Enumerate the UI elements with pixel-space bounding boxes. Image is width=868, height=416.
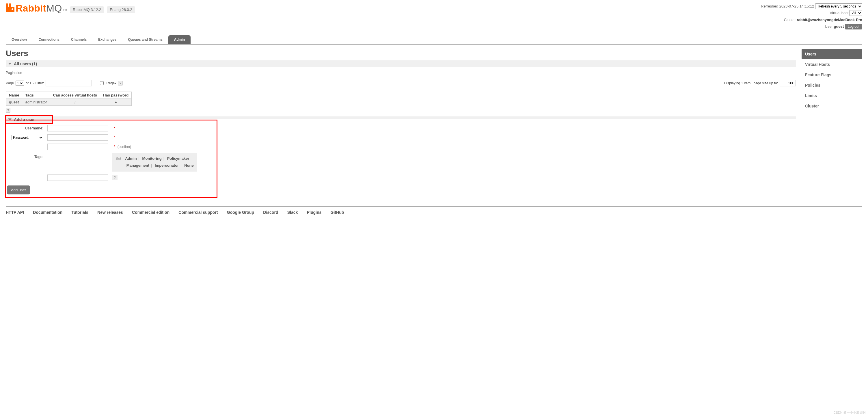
refresh-interval-select[interactable]: Refresh every 5 seconds: [815, 3, 862, 9]
tag-policymaker[interactable]: Policymaker: [167, 156, 189, 160]
footer-link[interactable]: Commercial support: [179, 210, 218, 215]
svg-point-3: [11, 8, 13, 10]
add-user-form: Username: * Password: * *(confirm) Tags:: [6, 120, 217, 197]
required-marker: *: [114, 145, 115, 149]
header: RabbitMQ TM RabbitMQ 3.12.2 Erlang 26.0.…: [6, 0, 862, 30]
username-label: Username:: [7, 124, 45, 132]
required-marker: *: [114, 126, 115, 130]
logo-block: RabbitMQ TM RabbitMQ 3.12.2 Erlang 26.0.…: [6, 3, 135, 13]
tag-impersonator[interactable]: Impersonator: [155, 163, 179, 168]
tag-monitoring[interactable]: Monitoring: [142, 156, 162, 160]
password-input[interactable]: [48, 134, 108, 141]
main-tabs: Overview Connections Channels Exchanges …: [6, 35, 862, 44]
tag-suggestions: Set Admin| Monitoring| Policymaker Manag…: [112, 153, 197, 172]
page-size-input[interactable]: [780, 80, 796, 86]
sidebar-item-cluster[interactable]: Cluster: [802, 101, 862, 111]
tags-input[interactable]: [48, 175, 108, 181]
user-name: guest: [834, 24, 844, 29]
table-help-icon[interactable]: ?: [6, 108, 10, 113]
pagination-label: Pagination: [6, 71, 796, 75]
logo-tm: TM: [63, 9, 67, 12]
tag-admin[interactable]: Admin: [125, 156, 136, 160]
version-pill: RabbitMQ 3.12.2: [70, 6, 104, 13]
col-haspw[interactable]: Has password: [100, 92, 132, 98]
password-type-select[interactable]: Password:: [11, 135, 43, 140]
cell-name: guest: [9, 100, 19, 104]
refreshed-label: Refreshed: [761, 4, 778, 8]
chevron-down-icon: [8, 118, 11, 120]
page-of: of 1: [26, 81, 31, 85]
tags-help-icon[interactable]: ?: [112, 175, 118, 180]
displaying-text: Displaying 1 item , page size up to:: [724, 81, 778, 85]
add-user-label: Add a user: [14, 117, 35, 122]
footer-link[interactable]: Tutorials: [72, 210, 88, 215]
tab-admin[interactable]: Admin: [168, 35, 191, 44]
sidebar-item-vhosts[interactable]: Virtual Hosts: [802, 59, 862, 70]
vhost-label: Virtual host: [830, 11, 849, 15]
pagination-row: Page 1 of 1 - Filter: Regex ? Displaying…: [6, 80, 796, 86]
page-title: Users: [6, 49, 796, 58]
logo-text-1: Rabbit: [16, 3, 46, 13]
rabbitmq-icon: [6, 3, 14, 13]
tab-overview[interactable]: Overview: [6, 35, 33, 44]
tags-label: Tags:: [7, 152, 45, 173]
sidebar-item-feature-flags[interactable]: Feature Flags: [802, 70, 862, 80]
col-name[interactable]: Name: [6, 92, 22, 98]
regex-label: Regex: [106, 81, 116, 85]
footer-link[interactable]: Plugins: [307, 210, 322, 215]
refreshed-time: 2023-07-25 14:15:12: [779, 4, 814, 8]
filter-input[interactable]: [45, 80, 92, 86]
cell-vhosts: /: [50, 98, 100, 106]
page-number-select[interactable]: 1: [16, 81, 24, 86]
status-block: Refreshed 2023-07-25 14:15:12 Refresh ev…: [761, 3, 862, 30]
confirm-label: (confirm): [118, 145, 131, 149]
tab-queues[interactable]: Queues and Streams: [122, 35, 168, 44]
filter-label: - Filter:: [33, 81, 44, 85]
cell-tags: administrator: [22, 98, 50, 106]
logout-button[interactable]: Log out: [845, 24, 862, 29]
col-vhosts[interactable]: Can access virtual hosts: [50, 92, 100, 98]
main-content: Users All users (1) Pagination Page 1 of…: [6, 44, 796, 197]
username-input[interactable]: [48, 125, 108, 131]
footer-link[interactable]: Discord: [263, 210, 278, 215]
regex-checkbox[interactable]: [100, 81, 104, 85]
tab-connections[interactable]: Connections: [33, 35, 65, 44]
footer-link[interactable]: GitHub: [331, 210, 344, 215]
col-tags[interactable]: Tags: [22, 92, 50, 98]
logo[interactable]: RabbitMQ TM: [6, 3, 67, 13]
footer-link[interactable]: Slack: [287, 210, 298, 215]
footer-link[interactable]: Documentation: [33, 210, 62, 215]
page-label: Page: [6, 81, 14, 85]
footer-link[interactable]: Google Group: [227, 210, 254, 215]
all-users-section-header[interactable]: All users (1): [6, 60, 796, 67]
users-table: Name Tags Can access virtual hosts Has p…: [6, 92, 132, 106]
table-header-row: Name Tags Can access virtual hosts Has p…: [6, 92, 132, 98]
footer-link[interactable]: New releases: [97, 210, 123, 215]
sidebar-item-policies[interactable]: Policies: [802, 80, 862, 90]
user-label: User: [825, 24, 833, 29]
tag-none[interactable]: None: [184, 163, 194, 168]
vhost-select[interactable]: All: [849, 10, 862, 16]
tab-exchanges[interactable]: Exchanges: [92, 35, 122, 44]
footer-link[interactable]: Commercial edition: [132, 210, 169, 215]
tab-channels[interactable]: Channels: [65, 35, 92, 44]
table-row[interactable]: guest administrator / ●: [6, 98, 132, 106]
footer: HTTP API Documentation Tutorials New rel…: [6, 206, 862, 226]
password-confirm-input[interactable]: [48, 144, 108, 150]
sidebar-item-limits[interactable]: Limits: [802, 90, 862, 101]
all-users-label: All users (1): [14, 62, 37, 66]
footer-link[interactable]: HTTP API: [6, 210, 24, 215]
chevron-down-icon: [8, 63, 11, 65]
sidebar-item-users[interactable]: Users: [802, 49, 862, 59]
add-user-button[interactable]: Add user: [7, 185, 30, 195]
cell-haspw: ●: [100, 98, 132, 106]
cluster-name: rabbit@wuzhenyongdeMacBook-Pro: [797, 18, 862, 22]
regex-help-icon[interactable]: ?: [118, 81, 123, 86]
cluster-label: Cluster: [784, 18, 796, 22]
add-user-section-header[interactable]: Add a user: [6, 116, 52, 123]
tag-management[interactable]: Management: [126, 163, 149, 168]
add-user-section-header-rest: [52, 116, 796, 119]
right-sidebar: Users Virtual Hosts Feature Flags Polici…: [802, 49, 862, 111]
logo-text-2: MQ: [46, 3, 62, 13]
set-label: Set: [116, 156, 121, 160]
